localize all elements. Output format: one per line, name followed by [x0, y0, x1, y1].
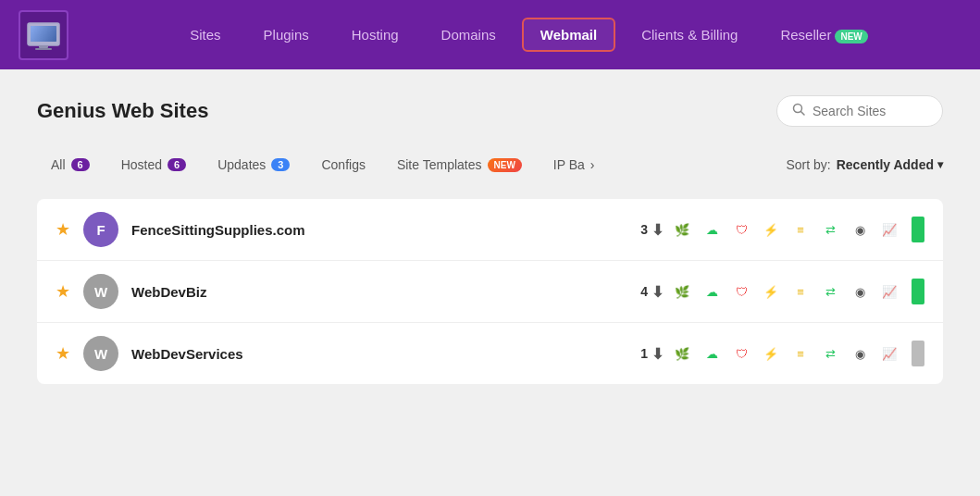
sort-value: Recently Added	[837, 157, 934, 172]
nav-hosting[interactable]: Hosting	[335, 19, 416, 50]
ip-ban-more-icon: ›	[590, 157, 595, 172]
globe-icon[interactable]: ◉	[849, 218, 871, 241]
recycle-icon[interactable]: ⇄	[819, 280, 841, 303]
nav-webmail[interactable]: Webmail	[522, 18, 615, 52]
status-rect	[912, 341, 924, 366]
update-count: 3 ⬇	[640, 221, 664, 239]
cloud-icon[interactable]: ☁	[701, 280, 723, 303]
lightning-icon[interactable]: ⚡	[760, 342, 782, 365]
nav-plugins[interactable]: Plugins	[247, 19, 326, 50]
nav-reseller[interactable]: ResellerNEW	[763, 19, 884, 50]
search-input[interactable]	[813, 104, 924, 118]
site-name[interactable]: FenceSittingSupplies.com	[131, 222, 316, 238]
status-rect	[912, 279, 924, 304]
reseller-badge: NEW	[835, 30, 867, 43]
tab-site-templates[interactable]: Site Templates NEW	[383, 149, 536, 180]
site-name[interactable]: WebDevBiz	[131, 284, 316, 300]
filter-bar: All 6 Hosted 6 Updates 3 Configs Site Te…	[37, 149, 943, 180]
nav-domains[interactable]: Domains	[425, 19, 513, 50]
tab-updates[interactable]: Updates 3	[204, 149, 304, 180]
site-actions: 3 ⬇ 🌿 ☁ 🛡 ⚡ ≡ ⇄ ◉ 📈	[329, 217, 924, 242]
trend-icon[interactable]: 📈	[878, 342, 900, 365]
site-name[interactable]: WebDevServices	[131, 346, 316, 362]
table-row: ★ F FenceSittingSupplies.com 3 ⬇ 🌿 ☁ 🛡 ⚡…	[37, 199, 943, 261]
shield-icon[interactable]: 🛡	[730, 342, 752, 365]
trend-icon[interactable]: 📈	[878, 280, 900, 303]
page-header: Genius Web Sites	[37, 95, 943, 127]
logo[interactable]	[19, 10, 68, 60]
shield-icon[interactable]: 🛡	[730, 280, 752, 303]
site-templates-new-badge: NEW	[488, 158, 522, 172]
sites-list: ★ F FenceSittingSupplies.com 3 ⬇ 🌿 ☁ 🛡 ⚡…	[37, 199, 943, 384]
sort-section: Sort by: Recently Added ▾	[786, 157, 943, 172]
page-title: Genius Web Sites	[37, 99, 208, 123]
sort-label: Sort by:	[786, 157, 830, 172]
status-rect	[912, 217, 924, 242]
update-count: 4 ⬇	[640, 283, 664, 301]
tab-configs[interactable]: Configs	[307, 149, 378, 180]
svg-rect-2	[31, 26, 56, 42]
update-count: 1 ⬇	[640, 345, 664, 363]
sort-dropdown[interactable]: Recently Added ▾	[837, 157, 943, 172]
leaf-icon[interactable]: 🌿	[671, 342, 693, 365]
leaf-icon[interactable]: 🌿	[671, 218, 693, 241]
avatar: F	[83, 212, 118, 247]
main-content: Genius Web Sites All 6 Hosted 6 Updates …	[0, 69, 980, 410]
cloud-icon[interactable]: ☁	[701, 218, 723, 241]
table-row: ★ W WebDevBiz 4 ⬇ 🌿 ☁ 🛡 ⚡ ≡ ⇄ ◉ 📈	[37, 261, 943, 323]
svg-line-6	[801, 112, 805, 116]
nav-sites[interactable]: Sites	[173, 19, 237, 50]
site-actions: 1 ⬇ 🌿 ☁ 🛡 ⚡ ≡ ⇄ ◉ 📈	[329, 341, 924, 366]
layers-icon[interactable]: ≡	[789, 280, 812, 303]
lightning-icon[interactable]: ⚡	[760, 218, 782, 241]
tab-ip-ban[interactable]: IP Ba ›	[540, 149, 609, 180]
tab-all-count: 6	[71, 158, 90, 171]
tab-updates-count: 3	[271, 158, 290, 171]
layers-icon[interactable]: ≡	[789, 342, 812, 365]
search-icon	[792, 103, 805, 119]
star-icon[interactable]: ★	[56, 343, 70, 364]
globe-icon[interactable]: ◉	[849, 342, 871, 365]
avatar: W	[83, 336, 118, 371]
star-icon[interactable]: ★	[56, 219, 70, 240]
globe-icon[interactable]: ◉	[849, 280, 871, 303]
avatar: W	[83, 274, 118, 309]
download-icon[interactable]: ⬇	[651, 283, 664, 301]
tab-hosted-count: 6	[167, 158, 186, 171]
lightning-icon[interactable]: ⚡	[760, 280, 782, 303]
download-icon[interactable]: ⬇	[651, 345, 664, 363]
recycle-icon[interactable]: ⇄	[819, 218, 841, 241]
recycle-icon[interactable]: ⇄	[819, 342, 841, 365]
search-box[interactable]	[776, 95, 943, 127]
star-icon[interactable]: ★	[56, 281, 70, 302]
trend-icon[interactable]: 📈	[878, 218, 900, 241]
tab-all[interactable]: All 6	[37, 149, 104, 180]
layers-icon[interactable]: ≡	[789, 218, 812, 241]
download-icon[interactable]: ⬇	[651, 221, 664, 239]
navbar: Sites Plugins Hosting Domains Webmail Cl…	[0, 0, 980, 69]
nav-items: Sites Plugins Hosting Domains Webmail Cl…	[96, 18, 961, 52]
cloud-icon[interactable]: ☁	[701, 342, 723, 365]
shield-icon[interactable]: 🛡	[730, 218, 752, 241]
leaf-icon[interactable]: 🌿	[671, 280, 693, 303]
chevron-down-icon: ▾	[937, 158, 943, 171]
tab-hosted[interactable]: Hosted 6	[107, 149, 200, 180]
svg-rect-4	[35, 48, 52, 50]
nav-clients-billing[interactable]: Clients & Billing	[625, 19, 754, 50]
svg-rect-3	[39, 45, 48, 48]
site-actions: 4 ⬇ 🌿 ☁ 🛡 ⚡ ≡ ⇄ ◉ 📈	[329, 279, 924, 304]
table-row: ★ W WebDevServices 1 ⬇ 🌿 ☁ 🛡 ⚡ ≡ ⇄ ◉ 📈	[37, 323, 943, 384]
